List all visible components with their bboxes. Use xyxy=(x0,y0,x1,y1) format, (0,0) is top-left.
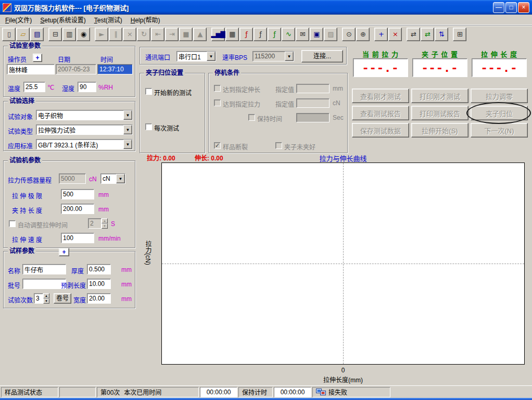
elongation-setpoint-field xyxy=(296,84,330,93)
clamp-home-button[interactable]: 夹子归位 xyxy=(471,106,528,120)
test-select-group: 试验选择 试验对象 电子织物 ▼ 试验类型 拉伸强力试验 ▼ 应用标准 GB/T… xyxy=(3,101,135,151)
chevron-down-icon[interactable]: ▼ xyxy=(123,140,132,149)
chevron-down-icon[interactable]: ▼ xyxy=(207,52,216,61)
thickness-input[interactable]: 0.500 xyxy=(87,264,111,274)
hold-timer-value: 00:00:00 xyxy=(281,389,305,396)
peel-length-input[interactable]: 10.00 xyxy=(87,279,111,289)
menu-file[interactable]: File(文件) xyxy=(1,14,36,25)
elapsed-value: 00:00:00 xyxy=(207,389,231,396)
tension-speed-input[interactable]: 100 xyxy=(61,233,94,243)
print-icon[interactable]: ⊟ xyxy=(48,28,62,41)
zoom-plus-icon[interactable]: ⊕ xyxy=(356,28,370,41)
fx-black-icon[interactable]: ƒ xyxy=(254,28,267,41)
toolbar-separator xyxy=(44,28,48,41)
sensor-unit-combo[interactable]: cN ▼ xyxy=(100,173,125,184)
home-each-test-checkbox[interactable] xyxy=(145,123,152,130)
transfer-icon[interactable]: ⇄ xyxy=(407,28,420,41)
menu-setup[interactable]: Setup(系统设置) xyxy=(36,14,90,25)
restore-button[interactable]: □ xyxy=(505,2,517,13)
stop-conditions-title: 停机条件 xyxy=(213,69,241,77)
taskbar-edge xyxy=(0,398,532,400)
close-button[interactable]: × xyxy=(518,2,529,13)
test-count-spinner[interactable]: ▲▼ xyxy=(43,293,49,304)
titlebar[interactable]: 双固万能强力机软件--- [电子织物测试] — □ × xyxy=(0,0,532,15)
menu-test[interactable]: Test(测试) xyxy=(90,14,126,25)
time-field: 12:37:10 xyxy=(97,64,133,74)
print-last-test-button[interactable]: 打印刚才测试 xyxy=(411,89,468,103)
status-bar: 样品测试状态 第00次 本次已用时间 00:00:00 保持计时 00:00:0… xyxy=(0,385,532,398)
roll-number-button[interactable]: 卷号 xyxy=(54,293,71,304)
home-on-new-test-checkbox[interactable] xyxy=(145,88,152,95)
auto-adjust-checkbox[interactable] xyxy=(9,220,16,227)
test-type-combo[interactable]: 拉伸强力试验 ▼ xyxy=(36,124,133,135)
fx-green-icon[interactable]: ƒ xyxy=(268,28,281,41)
print-report-button[interactable]: 打印测试报告 xyxy=(411,106,468,120)
comm-port-label: 通讯端口 xyxy=(145,53,170,61)
chevron-down-icon[interactable]: ▼ xyxy=(116,174,125,183)
save-icon[interactable]: ▤ xyxy=(30,28,44,41)
curve-icon[interactable]: ∿ xyxy=(282,28,295,41)
temperature-input[interactable]: 25.5 xyxy=(23,82,45,92)
chevron-down-icon[interactable]: ▼ xyxy=(123,110,132,120)
operator-add-button[interactable]: + xyxy=(33,54,42,62)
minimize-button[interactable]: — xyxy=(493,2,504,13)
chevron-down-icon: ▼ xyxy=(285,52,294,61)
save-data-button[interactable]: 保存测试数据 xyxy=(352,123,409,138)
start-tension-button[interactable]: 拉伸开始(S) xyxy=(411,123,468,138)
spinner-up-icon[interactable]: ▲ xyxy=(43,293,49,298)
operator-input[interactable]: 施林峰 xyxy=(7,64,55,74)
report-icon[interactable]: ▦ xyxy=(225,28,239,41)
force-zero-button[interactable]: 拉力调零 xyxy=(471,89,528,103)
date-field: 2007-05-23 xyxy=(56,64,96,74)
toolbar: ▯▱▤⊟▥◉►∥×↻⇤⇥■▲▂▅▇▦ƒƒƒ∿✉▣▨⊙⊕+×⇄⇄⇅⊞ xyxy=(0,25,532,43)
delete-icon[interactable]: × xyxy=(388,28,402,41)
tools-circle-icon[interactable]: ◉ xyxy=(77,28,90,41)
open-folder-icon[interactable]: ▱ xyxy=(16,28,30,41)
chart-icon[interactable]: ▂▅▇ xyxy=(211,28,225,41)
humidity-input[interactable]: 90 xyxy=(78,82,96,92)
x-axis-label: 拉伸长度(mm) xyxy=(161,375,525,384)
specimen-name-input[interactable]: 牛仔布 xyxy=(22,264,66,274)
view-last-test-button[interactable]: 查看刚才测试 xyxy=(352,89,409,103)
reach-elongation-checkbox xyxy=(214,85,221,92)
new-file-icon[interactable]: ▯ xyxy=(2,28,16,41)
spinner-down-icon: ▼ xyxy=(102,223,108,229)
batch-input[interactable] xyxy=(22,279,66,289)
mail-icon[interactable]: ✉ xyxy=(296,28,309,41)
tension-limit-unit: mm xyxy=(98,191,109,198)
toolbar-separator xyxy=(402,28,407,41)
auto-adjust-label: 自动调整拉伸时间 xyxy=(18,220,68,229)
go-first-icon: ⇤ xyxy=(151,28,164,41)
disk-icon[interactable]: ▣ xyxy=(310,28,323,41)
zoom-icon[interactable]: ⊙ xyxy=(342,28,356,41)
connect-button[interactable]: 连接... xyxy=(301,50,343,63)
comm-port-combo[interactable]: 串行口1 ▼ xyxy=(176,51,216,61)
spinner-down-icon[interactable]: ▼ xyxy=(43,298,49,304)
specimen-add-button[interactable]: + xyxy=(59,248,69,256)
transfer-green-icon[interactable]: ⇄ xyxy=(421,28,434,41)
chevron-down-icon[interactable]: ▼ xyxy=(123,125,132,134)
menu-help[interactable]: Help(帮助) xyxy=(126,14,164,25)
clamp-length-input[interactable]: 200.00 xyxy=(61,204,94,214)
force-setpoint-label: 指定值 xyxy=(275,99,294,108)
add-icon[interactable]: + xyxy=(374,28,388,41)
next-test-button[interactable]: 下一次(N) xyxy=(471,123,528,138)
tension-length-display: 拉 伸 长 度 ---.- xyxy=(471,46,528,82)
width-input[interactable]: 20.00 xyxy=(87,293,111,304)
view-report-button[interactable]: 查看测试报告 xyxy=(352,106,409,120)
sample-status-text: 样品测试状态 xyxy=(5,388,42,396)
combo-value: GB/T 3923.1 (条样法) xyxy=(36,140,123,149)
go-last-icon: ⇥ xyxy=(165,28,179,41)
fx-red-icon[interactable]: ƒ xyxy=(239,28,253,41)
test-count-input[interactable]: 3 xyxy=(34,293,43,304)
x-origin-label: 0 xyxy=(339,367,347,374)
updown-icon[interactable]: ⇅ xyxy=(435,28,448,41)
standard-combo[interactable]: GB/T 3923.1 (条样法) ▼ xyxy=(36,139,133,149)
test-object-combo[interactable]: 电子织物 ▼ xyxy=(36,110,133,120)
tension-limit-input[interactable]: 500 xyxy=(61,189,94,199)
thickness-label: 厚度 xyxy=(71,266,84,275)
grid-icon[interactable]: ⊞ xyxy=(453,28,466,41)
stop-icon: ■ xyxy=(179,28,193,41)
print-preview-icon[interactable]: ▥ xyxy=(62,28,76,41)
hold-timer-panel: 保持计时 xyxy=(238,387,273,397)
